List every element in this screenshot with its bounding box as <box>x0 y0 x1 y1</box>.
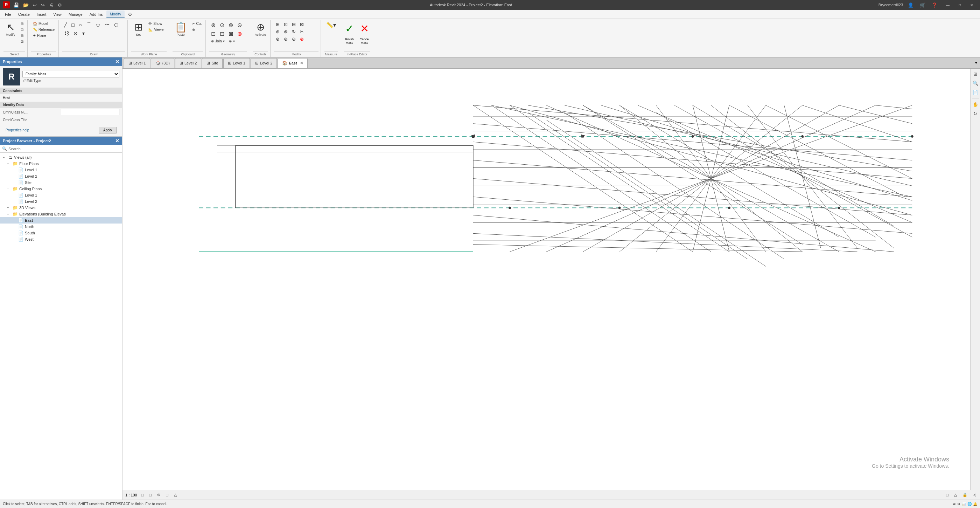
drawing-canvas[interactable]: Activate Windows Go to Settings to activ… <box>123 69 970 490</box>
crop-button[interactable]: □ <box>945 492 950 498</box>
zoom-sheet-button[interactable]: 📄 <box>972 88 979 96</box>
undo-icon[interactable]: ↩ <box>32 2 38 8</box>
draw-ellipse[interactable]: ⬭ <box>94 21 102 29</box>
tab-level1-a[interactable]: ⊞ Level 1 <box>124 58 150 68</box>
geo-tool-2[interactable]: ⊙ <box>218 21 226 29</box>
tab-level1-b[interactable]: ⊞ Level 1 <box>223 58 250 68</box>
join-cut[interactable]: ⊗▾ <box>227 38 237 44</box>
draw-circle[interactable]: ○ <box>77 21 84 29</box>
print-icon[interactable]: 🖨 <box>48 2 55 8</box>
lock-button[interactable]: 🔒 <box>961 492 969 498</box>
cart-icon[interactable]: 🛒 <box>918 2 927 8</box>
floor-plans-toggle[interactable]: − <box>7 162 11 165</box>
mod-rotate[interactable]: ↻ <box>290 29 298 35</box>
tab-site[interactable]: ⊞ Site <box>202 58 223 68</box>
measure-tool[interactable]: 📏▾ <box>325 21 338 29</box>
help-icon[interactable]: ❓ <box>930 2 939 8</box>
finish-mass-button[interactable]: ✓ <box>344 21 355 36</box>
tab-level2-a[interactable]: ⊞ Level 2 <box>175 58 201 68</box>
mod-mirror-x[interactable]: ⊟ <box>290 21 298 28</box>
menu-extra[interactable]: ⊙ <box>125 10 135 18</box>
mod-offset[interactable]: ⊡ <box>282 21 290 28</box>
edit-type-link[interactable]: 🖊 Edit Type <box>22 79 119 83</box>
cut-button[interactable]: ✂Cut <box>190 21 204 26</box>
menu-file[interactable]: File <box>2 11 15 18</box>
minimize-button[interactable]: — <box>942 1 953 9</box>
apply-button[interactable]: Apply <box>99 127 116 134</box>
ceiling-plans-toggle[interactable]: − <box>7 187 11 190</box>
draw-spline[interactable]: 〜 <box>103 21 111 29</box>
tree-site-floor[interactable]: 📄 Site <box>0 179 122 186</box>
open-icon[interactable]: 📂 <box>22 2 30 8</box>
draw-more[interactable]: ▾ <box>81 30 86 37</box>
mod-scale[interactable]: ⊛ <box>274 36 282 42</box>
tree-level1-floor[interactable]: 📄 Level 1 <box>0 167 122 173</box>
views-toggle[interactable]: − <box>3 155 7 159</box>
close-hidden-button[interactable]: ◁ <box>972 492 977 498</box>
zoom-in-button[interactable]: 🔍 <box>972 79 979 87</box>
menu-create[interactable]: Create <box>15 11 33 18</box>
copy-button[interactable]: ⊕ <box>190 27 204 32</box>
menu-addins[interactable]: Add-Ins <box>86 11 107 18</box>
settings-icon[interactable]: ⚙ <box>56 2 64 8</box>
tree-east[interactable]: 📄 East <box>0 217 122 224</box>
tab-east[interactable]: 🏠 East ✕ <box>278 58 307 68</box>
close-button[interactable]: ✕ <box>966 1 977 9</box>
detail-level-button[interactable]: □ <box>148 492 153 498</box>
geo-tool-3[interactable]: ⊜ <box>227 21 235 29</box>
join-button[interactable]: ⊕Join▾ <box>209 38 226 44</box>
mod-split[interactable]: ⊝ <box>290 36 298 42</box>
geo-tool-7[interactable]: ⊠ <box>227 30 235 38</box>
elevations-toggle[interactable]: − <box>7 212 11 216</box>
user-name[interactable]: Brycemerrill23 <box>878 3 903 7</box>
browser-search-input[interactable] <box>8 147 120 151</box>
select-option-1[interactable]: ⊞ <box>19 21 25 26</box>
tree-level2-ceiling[interactable]: 📄 Level 2 <box>0 198 122 204</box>
tab-3d[interactable]: 🎲 {3D} <box>151 58 174 68</box>
properties-help-link[interactable]: Properties help <box>3 127 32 134</box>
viewer-button[interactable]: 📐Viewer <box>146 27 166 32</box>
status-icon-1[interactable]: 🖥 <box>952 502 956 506</box>
activate-button[interactable]: ⊕ Activate <box>253 21 268 38</box>
sun-path-button[interactable]: □ <box>164 492 170 498</box>
tree-views-all[interactable]: − 🗂 Views (all) <box>0 154 122 160</box>
tab-level2-b[interactable]: ⊞ Level 2 <box>251 58 277 68</box>
draw-rect[interactable]: □ <box>70 21 76 29</box>
project-browser-close-button[interactable]: ✕ <box>115 138 119 144</box>
menu-view[interactable]: View <box>50 11 65 18</box>
status-icon-2[interactable]: ⚙ <box>957 502 960 506</box>
maximize-button[interactable]: □ <box>954 1 965 9</box>
mod-align[interactable]: ⊞ <box>274 21 282 28</box>
draw-polygon[interactable]: ⬡ <box>112 21 120 29</box>
geo-tool-6[interactable]: ⊟ <box>218 30 226 38</box>
geo-tool-5[interactable]: ⊡ <box>209 30 217 38</box>
paste-button[interactable]: 📋 Paste <box>173 21 189 38</box>
tab-overflow-button[interactable]: ▾ <box>974 59 978 67</box>
modify-button[interactable]: ↖ Modify <box>3 21 18 38</box>
menu-insert[interactable]: Insert <box>33 11 50 18</box>
geo-tool-1[interactable]: ⊛ <box>209 21 217 29</box>
geo-tool-8[interactable]: ⊗ <box>235 30 243 38</box>
select-option-2[interactable]: ⊡ <box>19 27 25 32</box>
show-crop-button[interactable]: △ <box>953 492 958 498</box>
tree-level2-floor[interactable]: 📄 Level 2 <box>0 173 122 179</box>
mod-mirror-y[interactable]: ⊠ <box>298 21 305 28</box>
visual-style-button[interactable]: ⊕ <box>156 492 162 498</box>
model-button[interactable]: 🏠Model <box>31 21 56 26</box>
tree-ceiling-plans[interactable]: − 📁 Ceiling Plans <box>0 186 122 192</box>
tree-south[interactable]: 📄 South <box>0 230 122 236</box>
tree-west[interactable]: 📄 West <box>0 236 122 243</box>
plane-button[interactable]: ✈Plane <box>31 33 56 38</box>
tree-level1-ceiling[interactable]: 📄 Level 1 <box>0 192 122 198</box>
mod-move[interactable]: ⊕ <box>274 29 282 35</box>
draw-arc[interactable]: ⌒ <box>85 21 93 29</box>
mod-trim[interactable]: ✂ <box>298 29 305 35</box>
tree-elevations[interactable]: − 📁 Elevations (Building Elevati <box>0 211 122 217</box>
status-icon-4[interactable]: 🌐 <box>967 502 972 506</box>
view-scale-button[interactable]: □ <box>140 492 145 498</box>
select-option-4[interactable]: ⊠ <box>19 39 25 44</box>
account-icon[interactable]: 👤 <box>907 2 915 8</box>
mod-copy[interactable]: ⊗ <box>282 29 290 35</box>
draw-line[interactable]: ╱ <box>62 21 68 29</box>
3d-views-toggle[interactable]: + <box>7 206 11 209</box>
